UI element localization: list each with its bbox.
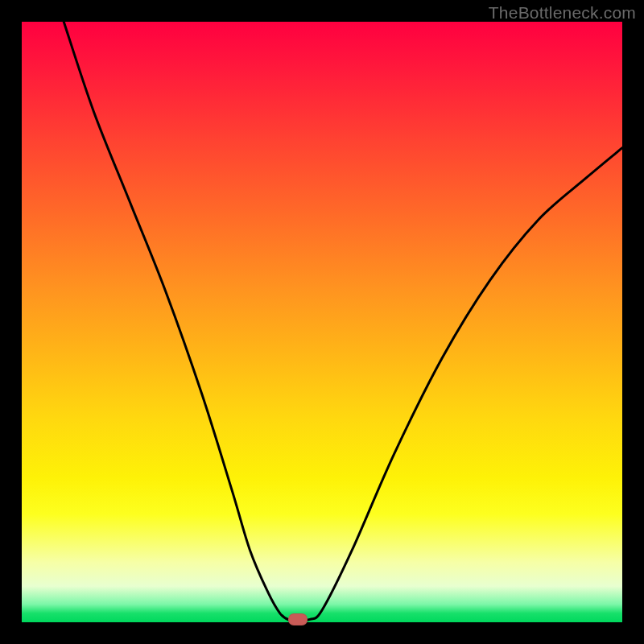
watermark-text: TheBottleneck.com [489, 3, 636, 23]
curve-svg [22, 22, 622, 622]
bottleneck-curve-path [64, 22, 622, 621]
plot-area [22, 22, 622, 622]
chart-frame: TheBottleneck.com [0, 0, 644, 644]
optimal-marker [288, 613, 308, 625]
